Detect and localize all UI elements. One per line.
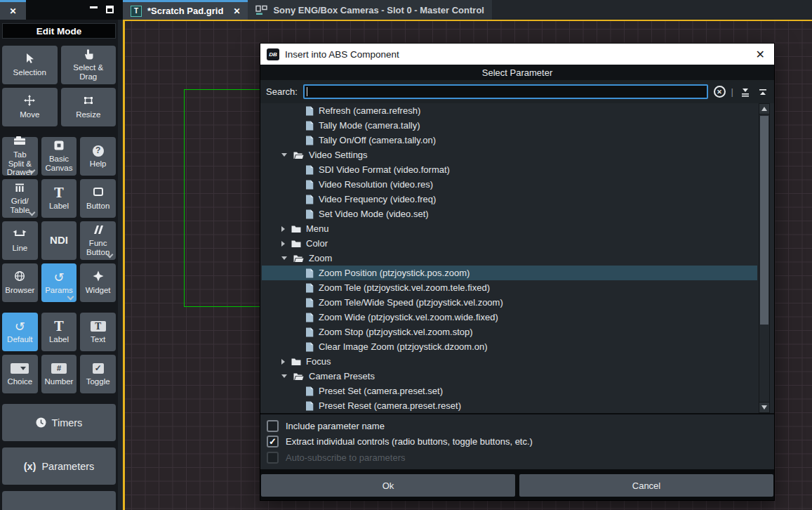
tool-toggle-button[interactable]: ✓Toggle [80,355,116,393]
folder-closed-icon [291,240,301,248]
expander-open-icon[interactable] [281,153,287,157]
tool-params-button[interactable]: ↺Params [41,263,77,302]
options-panel: Include parameter name✓Extract individua… [260,414,774,469]
clear-search-icon[interactable]: ✕ [714,86,726,98]
tree-item[interactable]: Video Settings [262,148,757,162]
option-label: Include parameter name [286,421,385,431]
tree-item[interactable]: Camera Presets [262,369,757,384]
tool-number-button[interactable]: #Number [41,355,77,393]
parameter-doc-icon [305,136,314,145]
close-icon[interactable]: ✕ [233,6,240,16]
tool-selection-button[interactable]: Selection [2,46,58,84]
parameter-doc-icon [305,209,314,219]
tool-grid-table-button[interactable]: Grid/ Table [2,179,38,218]
dialog-titlebar[interactable]: DB Insert into ABS Component ✕ [260,44,774,65]
button-label: Parameters [41,461,94,472]
tree-item[interactable]: Focus [262,354,757,369]
tool-func-button-button[interactable]: Func Button [80,221,116,260]
expander-open-icon[interactable] [281,256,287,260]
tree-item-label: Zoom Tele/Wide Speed (ptzjoystick.vel.zo… [319,297,503,308]
tree-item[interactable]: Video Resolution (video.res) [262,177,757,192]
expander-closed-icon[interactable] [281,359,285,365]
scrollbar[interactable] [759,103,770,413]
hand-icon [83,48,94,61]
tool-label: Browser [5,286,34,295]
tool-button-button[interactable]: Button [80,179,116,218]
tree-item[interactable]: SDI Video Format (video.format) [262,162,757,177]
tool-palette: SelectionSelect & DragMoveResizeTab Spli… [0,46,123,510]
tool-widget-button[interactable]: Widget [80,263,116,302]
tool-default-button[interactable]: ↺Default [2,313,38,351]
tree-item[interactable]: Menu [262,221,757,236]
tree-item[interactable]: Zoom [262,251,757,266]
tree-item[interactable]: Set Video Mode (video.set) [262,207,757,221]
tree-item[interactable]: Clear Image Zoom (ptzjoystick.dzoom.on) [262,339,757,354]
tree-item[interactable]: Video Frequency (video.freq) [262,192,757,207]
scroll-up-icon[interactable] [759,104,769,115]
tool-tab-split-drawer-button[interactable]: Tab Split & Drawer [2,137,38,176]
tool-label: Line [12,244,27,253]
tool-basic-canvas-button[interactable]: Basic Canvas [41,137,77,176]
close-icon[interactable]: ✕ [9,6,16,16]
scrollbar-thumb[interactable] [760,116,768,325]
canvas-icon [53,140,65,152]
move-icon [24,96,35,108]
maximize-icon[interactable] [106,6,114,13]
text-box-icon: T [91,320,106,333]
minimize-icon[interactable] [90,6,98,8]
tab-sony-cameras[interactable]: Sony ENG/Box Cameras - Slot 0 - Master C… [248,0,492,20]
timers-button[interactable]: Timers [2,404,116,441]
tool-label: NDI [50,235,68,247]
tab-scratch-pad[interactable]: T *Scratch Pad.grid ✕ [123,0,248,20]
ok-button[interactable]: Ok [261,474,515,497]
tool-line-button[interactable]: Line [2,221,38,260]
tool-label-button[interactable]: TLabel [41,179,77,218]
tool-label: Select & Drag [73,63,103,81]
parameters-button[interactable]: (x)Parameters [2,447,116,485]
tree-item[interactable]: Tally Mode (camera.tally) [262,118,757,133]
tree-item[interactable]: Preset Set (camera.preset.set) [262,384,757,398]
tree-item[interactable]: Zoom Stop (ptzjoystick.vel.zoom.stop) [262,325,757,339]
sidebar-partial-button[interactable] [2,491,116,510]
text-caret [307,87,307,96]
tree-item[interactable]: Zoom Wide (ptzjoystick.vel.zoom.wide.fix… [262,310,757,325]
parameter-doc-icon [305,106,314,116]
tree-item-label: Menu [306,223,329,234]
tree-item[interactable]: Zoom Tele/Wide Speed (ptzjoystick.vel.zo… [262,295,757,310]
expander-closed-icon[interactable] [281,226,285,232]
window-tab[interactable]: ✕ [0,0,26,20]
tool-ndi-button[interactable]: NDI [41,221,77,260]
scroll-down-icon[interactable] [759,402,769,412]
tool-move-button[interactable]: Move [2,88,58,126]
tool-help-button[interactable]: ?Help [80,137,116,176]
parameter-doc-icon [305,268,314,278]
tree-item[interactable]: Zoom Tele (ptzjoystick.vel.zoom.tele.fix… [262,280,757,295]
tool-choice-button[interactable]: Choice [2,355,38,393]
search-row: Search: ✕ | [260,80,774,103]
cursor-icon [24,53,35,66]
expander-closed-icon[interactable] [281,241,285,247]
collapse-all-icon[interactable] [757,86,768,98]
tree-item[interactable]: Tally On/Off (camera.tally.on) [262,133,757,148]
checkbox-unchecked[interactable] [267,420,279,432]
tool-resize-button[interactable]: Resize [61,88,117,126]
cancel-button[interactable]: Cancel [519,474,773,497]
tool-label: Default [7,335,32,344]
tool-browser-button[interactable]: Browser [2,263,38,302]
refresh-icon: ↺ [15,320,25,333]
tree-item[interactable]: Color [262,236,757,251]
option-row: ✓Extract individual controls (radio butt… [267,436,768,447]
tool-select-drag-button[interactable]: Select & Drag [61,46,117,84]
expand-all-icon[interactable] [739,86,751,98]
tool-label-2-button[interactable]: TLabel [41,313,77,351]
tool-text-button[interactable]: TText [80,313,116,351]
panel-icon [255,5,267,15]
search-input[interactable] [303,84,708,99]
dialog-subtitle: Select Parameter [260,65,774,80]
tree-item-selected[interactable]: Zoom Position (ptzjoystick.pos.zoom) [262,266,757,280]
close-icon[interactable]: ✕ [753,48,768,61]
tree-item[interactable]: Refresh (camera.refresh) [262,103,757,118]
checkbox-checked[interactable]: ✓ [267,436,279,447]
tree-item[interactable]: Preset Reset (camera.preset.reset) [262,398,757,413]
expander-open-icon[interactable] [281,374,287,378]
